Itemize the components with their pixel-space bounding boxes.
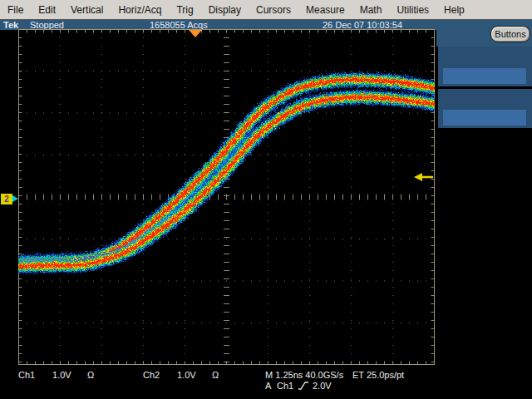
menu-edit[interactable]: Edit xyxy=(31,2,63,18)
timebase-readout: M 1.25ns 40.0GS/s xyxy=(265,370,343,380)
menu-display[interactable]: Display xyxy=(201,2,249,18)
trigger-position-marker[interactable] xyxy=(189,30,202,37)
ch2-scale: 1.0V xyxy=(177,370,196,380)
menu-utilities[interactable]: Utilities xyxy=(389,2,436,18)
menu-file[interactable]: File xyxy=(0,2,31,18)
soft-key-panel-2[interactable] xyxy=(438,89,532,128)
menu-bar: FileEditVerticalHoriz/AcqTrigDisplayCurs… xyxy=(0,0,532,20)
graticule-display xyxy=(18,29,435,365)
waveform-traces xyxy=(18,78,435,264)
rising-slope-icon xyxy=(298,381,309,391)
trigger-level-marker[interactable] xyxy=(414,173,433,181)
ch1-coupling: Ω xyxy=(87,370,94,380)
trigger-level: 2.0V xyxy=(313,381,332,391)
trigger-source: Ch1 xyxy=(277,381,293,391)
soft-key-panel-2-field[interactable] xyxy=(443,110,526,126)
menu-math[interactable]: Math xyxy=(352,2,390,18)
soft-key-panel-1-field[interactable] xyxy=(443,68,526,84)
trigger-mode: A xyxy=(265,381,271,391)
buttons-button[interactable]: Buttons xyxy=(490,26,530,42)
menu-help[interactable]: Help xyxy=(436,2,472,18)
ch1-label: Ch1 xyxy=(18,370,35,380)
tek-logo: Tek xyxy=(3,20,18,30)
channel-position-flag[interactable]: 2 xyxy=(1,194,12,204)
readout-area: Ch1 1.0V Ω Ch2 1.0V Ω M 1.25ns 40.0GS/s … xyxy=(0,366,532,399)
ch1-scale: 1.0V xyxy=(52,370,71,380)
menu-measure[interactable]: Measure xyxy=(298,2,352,18)
menu-horizacq[interactable]: Horiz/Acq xyxy=(111,2,169,18)
oscilloscope-screen: FileEditVerticalHoriz/AcqTrigDisplayCurs… xyxy=(0,0,532,399)
menu-trig[interactable]: Trig xyxy=(169,2,200,18)
soft-key-panel-1[interactable] xyxy=(438,47,532,86)
menu-vertical[interactable]: Vertical xyxy=(63,2,111,18)
menu-cursors[interactable]: Cursors xyxy=(249,2,298,18)
ch2-label: Ch2 xyxy=(143,370,160,380)
channel2-marker-arrow-icon[interactable] xyxy=(12,195,18,202)
resolution-readout: ET 25.0ps/pt xyxy=(352,370,404,380)
ch2-coupling: Ω xyxy=(212,370,219,380)
